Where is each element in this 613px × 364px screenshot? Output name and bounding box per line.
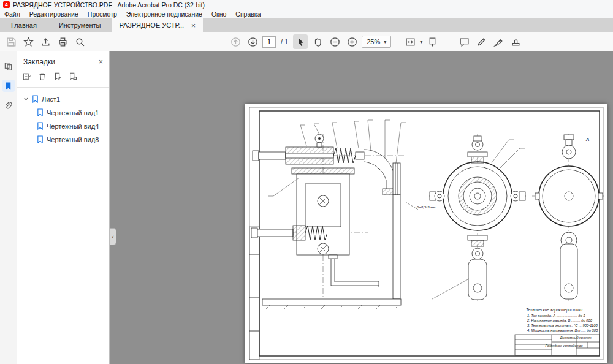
previous-page-icon[interactable] [228,34,243,49]
save-icon[interactable] [4,34,18,49]
bookmark-label: Чертежный вид8 [47,136,99,143]
tab-home[interactable]: Главная [0,18,48,32]
fill-sign-icon[interactable] [491,34,506,49]
close-icon[interactable]: × [98,57,103,66]
share-upload-icon[interactable] [38,34,53,49]
menu-file[interactable]: Файл [4,10,20,18]
tab-close-icon[interactable]: × [191,22,196,29]
panel-collapse-handle[interactable]: ‹ [110,228,116,245]
bookmark-item-view4[interactable]: Чертежный вид4 [17,119,109,133]
tech-line: 2. Напряжение разряда, В ......... до 80… [527,319,593,322]
attachments-icon[interactable] [2,99,15,112]
comment-icon[interactable] [457,34,471,49]
delete-bookmark-icon[interactable] [38,72,47,83]
navigation-pane-strip [0,51,17,364]
tab-document[interactable]: РАЗРЯДНОЕ УСТР... × [112,18,203,32]
chevron-down-icon: ▾ [384,39,386,45]
zoom-in-icon[interactable] [345,34,359,49]
tab-tools[interactable]: Инструменты [48,18,112,32]
bookmark-item-sheet1[interactable]: Лист1 [17,93,109,106]
menu-esign[interactable]: Электронное подписание [126,10,202,18]
bookmarks-tree: Лист1 Чертежный вид1 Чертежный вид4 Черт… [17,88,109,146]
star-icon[interactable] [21,34,36,49]
bookmark-options-icon[interactable] [23,72,31,83]
new-bookmark-icon[interactable] [53,72,62,83]
titleblock-name: Разрядное устройство [545,344,582,347]
chevron-down-icon[interactable] [23,96,29,103]
bookmarks-panel-title: Закладки [23,58,55,66]
dimension-note: δ=0,5-5 мм [417,205,435,209]
bookmark-icon [37,122,44,131]
zoom-out-icon[interactable] [327,34,342,49]
page-total-label: / 1 [281,38,288,45]
bookmarks-panel-icon[interactable] [2,80,15,92]
print-icon[interactable] [55,34,70,49]
tech-line: 1. Ток разряда, А ..................... … [527,314,585,317]
bookmark-label: Чертежный вид4 [47,123,99,130]
menubar: Файл Редактирование Просмотр Электронное… [0,9,613,18]
window-titlebar: A РАЗРЯДНОЕ УСТРОЙСТВО.PDF - Adobe Acrob… [0,0,613,9]
tech-line: 4. Мощность нагревателя, Вт ..... до 300 [527,328,598,332]
tab-document-label: РАЗРЯДНОЕ УСТР... [119,18,184,32]
zoom-level-select[interactable]: 25% ▾ [362,36,391,48]
fit-width-icon[interactable] [403,34,417,49]
acrobat-logo-icon: A [3,1,10,8]
page-number-input[interactable] [262,36,276,48]
chevron-down-icon[interactable]: ▾ [420,39,422,45]
edit-pencil-icon[interactable] [474,34,489,49]
toolbar: / 1 25% ▾ ▾ [0,32,613,51]
document-canvas[interactable]: ‹ [110,51,613,364]
view-label: А [585,137,589,142]
bookmark-icon [32,95,39,104]
menu-window[interactable]: Окно [211,10,226,18]
scroll-mode-icon[interactable] [425,34,440,49]
page-thumbnails-icon[interactable] [2,60,15,72]
pdf-page[interactable]: А δ=0,5-5 мм Технические характеристики:… [245,104,607,363]
bookmark-icon [37,108,44,118]
bookmark-label: Лист1 [42,96,60,103]
tech-line: 3. Температура эксплуат., °С ... 900-110… [527,324,598,327]
search-icon[interactable] [72,34,87,49]
toolbar-divider [397,36,397,47]
menu-edit[interactable]: Редактирование [29,10,78,18]
tech-characteristics-title: Технические характеристики: [526,308,584,313]
next-page-icon[interactable] [245,34,260,49]
select-tool-icon[interactable] [293,34,308,49]
expand-bookmark-icon[interactable] [69,72,77,83]
main-area: Закладки × [0,51,613,364]
menu-help[interactable]: Справка [235,10,261,18]
hand-tool-icon[interactable] [310,34,325,49]
bookmarks-panel: Закладки × [17,51,110,364]
bookmark-item-view1[interactable]: Чертежный вид1 [17,106,109,119]
stamp-tools-icon[interactable] [508,34,523,49]
tabbar: Главная Инструменты РАЗРЯДНОЕ УСТР... × [0,18,613,32]
titleblock-project: Дипломный проект [560,336,592,339]
window-title: РАЗРЯДНОЕ УСТРОЙСТВО.PDF - Adobe Acrobat… [13,1,205,9]
bookmark-icon [37,135,44,145]
bookmark-item-view8[interactable]: Чертежный вид8 [17,133,109,146]
zoom-level-value: 25% [367,38,380,45]
menu-view[interactable]: Просмотр [88,10,117,18]
bookmark-label: Чертежный вид1 [47,109,99,116]
engineering-drawing: А δ=0,5-5 мм Технические характеристики:… [245,104,607,363]
